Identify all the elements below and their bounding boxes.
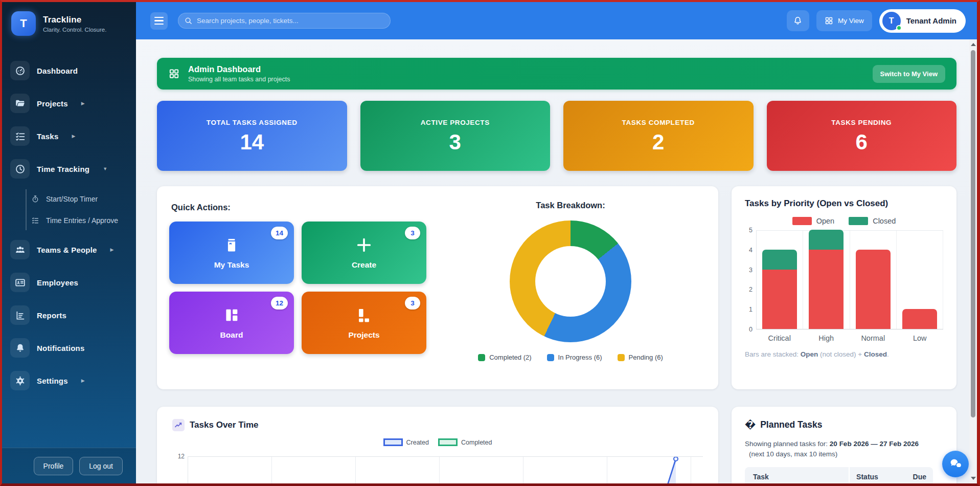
legend-swatch xyxy=(792,217,812,225)
list-icon xyxy=(31,216,40,225)
task-breakdown-section: Task Breakdown: Completed (2)In Progress… xyxy=(435,198,706,377)
sidebar-item-projects[interactable]: Projects ▶ xyxy=(10,93,129,114)
report-icon xyxy=(10,305,30,325)
sidebar-item-reports[interactable]: Reports xyxy=(10,305,129,325)
tasks-icon xyxy=(223,236,240,254)
search-input[interactable] xyxy=(197,17,384,25)
tile-label: Projects xyxy=(348,330,379,340)
tasks-over-time-card: Tasks Over Time CreatedCompleted 12 xyxy=(157,407,718,483)
sidebar-item-employees[interactable]: Employees xyxy=(10,272,129,293)
scrollbar-thumb[interactable] xyxy=(971,50,975,417)
top-bar: My View T Tenant Admin xyxy=(136,2,977,39)
priority-chart-title: Tasks by Priority (Open vs Closed) xyxy=(745,198,943,209)
online-status-dot xyxy=(896,25,902,31)
quick-action-my-tasks[interactable]: 14 My Tasks xyxy=(169,222,294,284)
priority-legend: OpenClosed xyxy=(745,217,943,225)
tasks-over-time-title: Tasks Over Time xyxy=(190,420,259,430)
scroll-up-arrow-icon[interactable] xyxy=(971,43,976,46)
open-segment xyxy=(902,309,937,329)
switch-to-my-view-button[interactable]: Switch to My View xyxy=(873,65,945,83)
stat-value: 6 xyxy=(856,131,868,153)
replacement-char-icon: � xyxy=(745,419,756,431)
badge-count: 14 xyxy=(271,227,288,239)
stat-label: TASKS COMPLETED xyxy=(622,119,695,126)
stat-label: TASKS PENDING xyxy=(831,119,892,126)
vertical-scrollbar[interactable] xyxy=(969,39,977,483)
legend-swatch xyxy=(478,354,485,361)
quick-actions-card: Quick Actions: 14 My Tasks xyxy=(157,186,718,389)
sidebar-item-tasks[interactable]: Tasks ▶ xyxy=(10,126,129,146)
legend-item: Completed xyxy=(438,438,492,446)
grid-icon xyxy=(825,16,833,25)
planned-tasks-title: Planned Tasks xyxy=(760,419,822,430)
legend-swatch xyxy=(547,354,554,361)
stat-active-projects[interactable]: ACTIVE PROJECTS 3 xyxy=(360,101,551,171)
sidebar-item-notifications[interactable]: Notifications xyxy=(10,338,129,358)
legend-item: Pending (6) xyxy=(618,354,663,361)
column-header-status: Status xyxy=(856,473,878,481)
quick-actions-heading: Quick Actions: xyxy=(171,203,435,212)
sidebar-item-time-tracking[interactable]: Time Tracking ▼ xyxy=(10,159,129,179)
bar-group-low xyxy=(897,231,943,329)
created-line-series xyxy=(632,457,694,483)
stat-tasks-pending[interactable]: TASKS PENDING 6 xyxy=(767,101,957,171)
planned-tasks-card: � Planned Tasks Showing planned tasks fo… xyxy=(732,407,956,483)
badge-count: 12 xyxy=(271,297,288,310)
line-chart-icon xyxy=(172,419,185,431)
user-menu-button[interactable]: T Tenant Admin xyxy=(879,9,966,33)
chevron-right-icon: ▶ xyxy=(81,378,85,383)
app-logo: T xyxy=(11,11,36,36)
stat-value: 2 xyxy=(652,131,664,153)
chevron-right-icon: ▶ xyxy=(81,101,85,106)
open-segment xyxy=(762,270,797,329)
brand[interactable]: T Trackline Clarity. Control. Closure. xyxy=(2,2,136,43)
stat-value: 14 xyxy=(240,131,264,153)
projects-icon xyxy=(355,306,373,324)
scroll-down-arrow-icon[interactable] xyxy=(971,477,976,480)
stat-total-tasks-assigned[interactable]: TOTAL TASKS ASSIGNED 14 xyxy=(157,101,347,171)
legend-item: Created xyxy=(383,438,429,446)
dashboard-grid-icon xyxy=(168,68,180,80)
quick-action-projects[interactable]: 3 Projects xyxy=(302,292,426,354)
logout-button[interactable]: Log out xyxy=(79,457,123,475)
task-breakdown-donut-chart xyxy=(510,220,631,342)
stat-tasks-completed[interactable]: TASKS COMPLETED 2 xyxy=(563,101,754,171)
quick-action-create[interactable]: 3 Create xyxy=(302,222,426,284)
chat-button[interactable] xyxy=(942,451,969,477)
sidebar-item-settings[interactable]: Settings ▶ xyxy=(10,370,129,391)
sidebar-footer: Profile Log out xyxy=(2,448,136,483)
people-icon xyxy=(10,240,30,259)
clock-icon xyxy=(10,159,30,179)
app-tagline: Clarity. Control. Closure. xyxy=(43,27,106,33)
legend-item: In Progress (6) xyxy=(547,354,602,361)
closed-segment xyxy=(809,230,844,250)
sidebar-item-start-stop-timer[interactable]: Start/Stop Timer xyxy=(31,191,129,207)
sidebar-item-teams-people[interactable]: Teams & People ▶ xyxy=(10,239,129,260)
tile-label: Board xyxy=(220,330,243,340)
column-header-due: Due xyxy=(913,473,926,481)
bell-icon xyxy=(793,16,803,26)
menu-toggle-button[interactable] xyxy=(150,12,168,30)
sidebar-item-time-entries-approve[interactable]: Time Entries / Approve xyxy=(31,213,129,228)
profile-button[interactable]: Profile xyxy=(34,457,74,475)
plot-area xyxy=(756,230,943,329)
tile-label: Create xyxy=(352,260,376,270)
notifications-bell-button[interactable] xyxy=(787,10,809,31)
legend-item: Completed (2) xyxy=(478,354,531,361)
search-icon xyxy=(185,17,192,25)
sidebar-item-dashboard[interactable]: Dashboard xyxy=(10,60,129,81)
tasks-over-time-legend: CreatedCompleted xyxy=(172,438,703,446)
legend-swatch xyxy=(383,438,403,446)
my-view-button[interactable]: My View xyxy=(816,10,872,31)
tasks-by-priority-card: Tasks by Priority (Open vs Closed) OpenC… xyxy=(732,186,956,389)
sidebar-nav: Dashboard Projects ▶ Tasks ▶ Ti xyxy=(2,43,136,391)
column-header-task: Task xyxy=(745,467,849,484)
legend-swatch xyxy=(849,217,868,225)
x-axis-labels: CriticalHighNormalLow xyxy=(756,334,943,342)
app-name: Trackline xyxy=(43,15,106,25)
legend-item: Open xyxy=(792,217,834,225)
quick-action-board[interactable]: 12 Board xyxy=(169,292,294,354)
badge-count: 3 xyxy=(405,227,420,239)
legend-swatch xyxy=(438,438,458,446)
my-view-label: My View xyxy=(838,17,864,25)
